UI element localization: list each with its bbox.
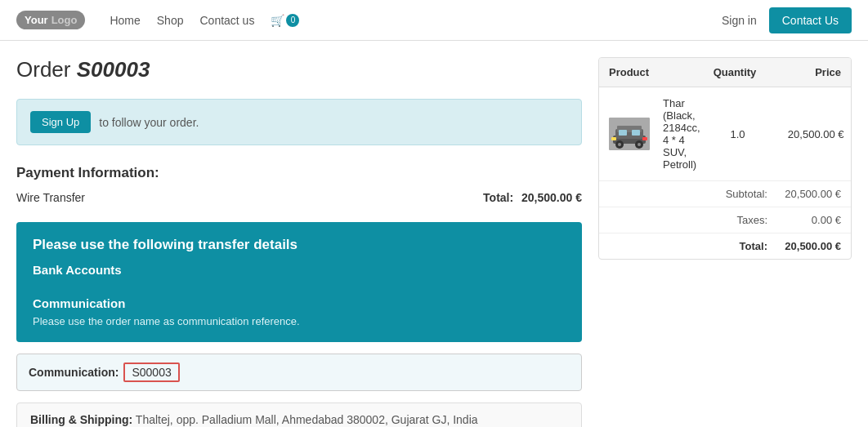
order-id: S00003 [77, 57, 150, 82]
payment-total-value: 20,500.00 € [521, 191, 582, 204]
order-table-header: Product Quantity Price [599, 58, 851, 87]
subtotal-row: Subtotal: 20,500.00 € [599, 181, 851, 207]
bank-accounts-label: Bank Accounts [33, 263, 566, 277]
sign-in-link[interactable]: Sign in [722, 14, 757, 27]
signup-banner: Sign Up to follow your order. [16, 99, 582, 145]
svg-rect-11 [642, 137, 647, 140]
transfer-box: Please use the following transfer detail… [16, 222, 582, 342]
cart-icon[interactable]: 🛒0 [271, 14, 299, 27]
col-header-quantity: Quantity [702, 66, 767, 78]
payment-total-label: Total: [483, 191, 513, 204]
comm-label: Communication: [29, 366, 119, 379]
comm-value-wrap: S00003 [123, 363, 179, 382]
order-table: Product Quantity Price [598, 57, 852, 260]
header-right: Sign in Contact Us [722, 7, 852, 33]
logo-logo-text: Logo [51, 14, 78, 26]
billing-label: Billing & Shipping: [30, 413, 132, 426]
cart-badge: 0 [286, 14, 299, 27]
main-nav: Home Shop Contact us 🛒0 [110, 14, 299, 27]
svg-rect-8 [619, 130, 627, 136]
subtotal-value: 20,500.00 € [776, 188, 841, 200]
subtotal-label: Subtotal: [609, 188, 776, 200]
left-column: Order S00003 Sign Up to follow your orde… [16, 57, 582, 427]
signup-button[interactable]: Sign Up [30, 111, 91, 133]
payment-row: Wire Transfer Total: 20,500.00 € [16, 191, 582, 211]
billing-address: Thaltej, opp. Palladium Mall, Ahmedabad … [136, 413, 478, 426]
payment-total: Total: 20,500.00 € [483, 191, 582, 204]
table-row: Thar (Black, 2184cc, 4 * 4 SUV, Petroll)… [599, 87, 851, 181]
contact-us-button[interactable]: Contact Us [769, 7, 852, 33]
total-row: Total: 20,500.00 € [599, 234, 851, 259]
right-column: Product Quantity Price [598, 57, 852, 427]
svg-rect-9 [632, 130, 640, 136]
billing-shipping-box: Billing & Shipping: Thaltej, opp. Pallad… [16, 403, 582, 427]
taxes-label: Taxes: [609, 214, 776, 226]
communication-heading: Communication [33, 296, 566, 310]
logo[interactable]: Your Logo [16, 11, 85, 29]
signup-text: to follow your order. [99, 116, 199, 129]
nav-contact-us[interactable]: Contact us [199, 14, 254, 27]
nav-home[interactable]: Home [110, 14, 140, 27]
order-title: Order S00003 [16, 57, 582, 82]
communication-note: Please use the order name as communicati… [33, 315, 566, 327]
product-qty: 1.0 [705, 128, 771, 140]
communication-field: Communication: S00003 [16, 354, 582, 391]
main-container: Order S00003 Sign Up to follow your orde… [0, 41, 868, 427]
product-image [609, 118, 650, 150]
total-label: Total: [609, 240, 776, 252]
payment-method: Wire Transfer [16, 191, 85, 204]
product-price: 20,500.00 € [771, 128, 844, 140]
taxes-value: 0.00 € [776, 214, 841, 226]
svg-rect-10 [611, 137, 616, 140]
col-header-price: Price [767, 66, 841, 78]
taxes-row: Taxes: 0.00 € [599, 207, 851, 234]
payment-section-title: Payment Information: [16, 165, 582, 181]
transfer-heading: Please use the following transfer detail… [33, 237, 566, 253]
comm-value: S00003 [132, 366, 171, 379]
header: Your Logo Home Shop Contact us 🛒0 Sign i… [0, 0, 868, 41]
nav-shop[interactable]: Shop [157, 14, 184, 27]
logo-your-text: Your [25, 14, 48, 26]
svg-point-6 [618, 143, 621, 146]
product-name: Thar (Black, 2184cc, 4 * 4 SUV, Petroll) [658, 97, 705, 171]
svg-point-7 [638, 143, 641, 146]
col-header-product: Product [609, 66, 702, 78]
total-value: 20,500.00 € [776, 240, 841, 252]
